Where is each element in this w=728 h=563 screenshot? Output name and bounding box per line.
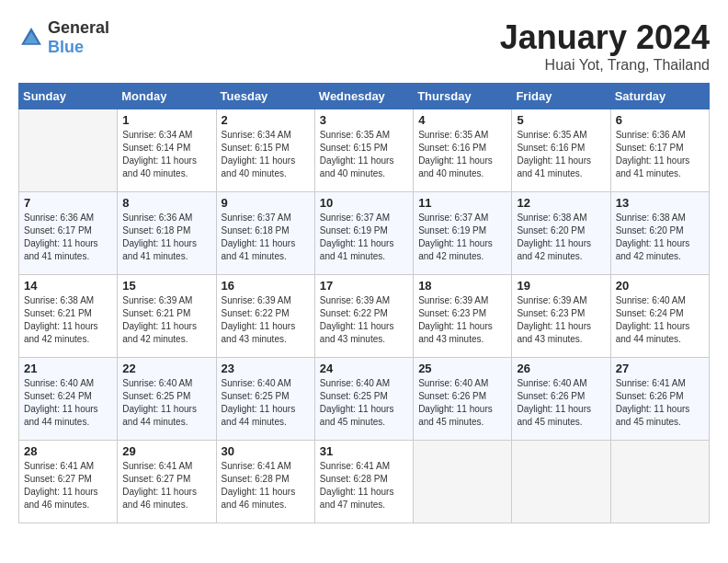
day-number: 6 [616, 113, 704, 127]
calendar-cell: 21Sunrise: 6:40 AMSunset: 6:24 PMDayligh… [19, 358, 118, 441]
calendar-cell: 16Sunrise: 6:39 AMSunset: 6:22 PMDayligh… [216, 275, 314, 358]
calendar-cell [610, 441, 709, 523]
calendar-cell: 1Sunrise: 6:34 AMSunset: 6:14 PMDaylight… [118, 109, 216, 192]
calendar-cell: 17Sunrise: 6:39 AMSunset: 6:22 PMDayligh… [314, 275, 413, 358]
cell-content: Sunrise: 6:39 AMSunset: 6:23 PMDaylight:… [517, 294, 605, 346]
calendar-cell: 23Sunrise: 6:40 AMSunset: 6:25 PMDayligh… [216, 358, 314, 441]
calendar-cell: 7Sunrise: 6:36 AMSunset: 6:17 PMDaylight… [19, 192, 118, 275]
day-number: 30 [222, 444, 310, 458]
calendar-cell: 27Sunrise: 6:41 AMSunset: 6:26 PMDayligh… [610, 358, 709, 441]
cell-content: Sunrise: 6:37 AMSunset: 6:18 PMDaylight:… [222, 212, 310, 263]
day-number: 2 [222, 113, 310, 127]
cell-content: Sunrise: 6:40 AMSunset: 6:25 PMDaylight:… [122, 377, 210, 429]
calendar-cell: 11Sunrise: 6:37 AMSunset: 6:19 PMDayligh… [414, 192, 512, 275]
cell-content: Sunrise: 6:40 AMSunset: 6:24 PMDaylight:… [616, 294, 704, 346]
calendar-cell: 18Sunrise: 6:39 AMSunset: 6:23 PMDayligh… [414, 275, 512, 358]
weekday-header-friday: Friday [512, 84, 610, 109]
calendar-cell: 15Sunrise: 6:39 AMSunset: 6:21 PMDayligh… [118, 275, 216, 358]
day-number: 29 [122, 444, 210, 458]
logo-text-blue: Blue [48, 38, 84, 56]
day-number: 21 [24, 362, 112, 375]
weekday-header-sunday: Sunday [19, 84, 118, 109]
weekday-header-monday: Monday [118, 84, 216, 109]
calendar-cell: 30Sunrise: 6:41 AMSunset: 6:28 PMDayligh… [216, 441, 314, 523]
day-number: 19 [517, 279, 605, 293]
day-number: 24 [320, 362, 408, 375]
calendar-cell: 25Sunrise: 6:40 AMSunset: 6:26 PMDayligh… [414, 358, 512, 441]
calendar-table: SundayMondayTuesdayWednesdayThursdayFrid… [18, 83, 710, 523]
calendar-week-row: 21Sunrise: 6:40 AMSunset: 6:24 PMDayligh… [19, 358, 710, 441]
cell-content: Sunrise: 6:35 AMSunset: 6:16 PMDaylight:… [418, 129, 506, 180]
cell-content: Sunrise: 6:36 AMSunset: 6:17 PMDaylight:… [616, 129, 704, 180]
cell-content: Sunrise: 6:38 AMSunset: 6:21 PMDaylight:… [24, 294, 112, 346]
day-number: 3 [320, 113, 408, 127]
cell-content: Sunrise: 6:37 AMSunset: 6:19 PMDaylight:… [418, 212, 506, 263]
day-number: 10 [320, 196, 408, 210]
cell-content: Sunrise: 6:41 AMSunset: 6:27 PMDaylight:… [24, 460, 112, 511]
title-area: January 2024 Huai Yot, Trang, Thailand [500, 18, 710, 74]
day-number: 18 [418, 279, 506, 293]
weekday-header-row: SundayMondayTuesdayWednesdayThursdayFrid… [19, 84, 710, 109]
day-number: 9 [222, 196, 310, 210]
cell-content: Sunrise: 6:41 AMSunset: 6:27 PMDaylight:… [122, 460, 210, 511]
day-number: 15 [122, 279, 210, 293]
day-number: 5 [517, 113, 605, 127]
cell-content: Sunrise: 6:40 AMSunset: 6:25 PMDaylight:… [222, 377, 310, 429]
day-number: 28 [24, 444, 112, 458]
calendar-cell: 6Sunrise: 6:36 AMSunset: 6:17 PMDaylight… [610, 109, 709, 192]
day-number: 11 [418, 196, 506, 210]
cell-content: Sunrise: 6:38 AMSunset: 6:20 PMDaylight:… [517, 212, 605, 263]
day-number: 16 [222, 279, 310, 293]
calendar-cell: 3Sunrise: 6:35 AMSunset: 6:15 PMDaylight… [314, 109, 413, 192]
calendar-cell: 19Sunrise: 6:39 AMSunset: 6:23 PMDayligh… [512, 275, 610, 358]
cell-content: Sunrise: 6:41 AMSunset: 6:28 PMDaylight:… [320, 460, 408, 511]
cell-content: Sunrise: 6:36 AMSunset: 6:17 PMDaylight:… [24, 212, 112, 263]
calendar-week-row: 7Sunrise: 6:36 AMSunset: 6:17 PMDaylight… [19, 192, 710, 275]
day-number: 13 [616, 196, 704, 210]
header: General Blue January 2024 Huai Yot, Tran… [18, 18, 710, 74]
day-number: 17 [320, 279, 408, 293]
day-number: 7 [24, 196, 112, 210]
cell-content: Sunrise: 6:34 AMSunset: 6:15 PMDaylight:… [222, 129, 310, 180]
calendar-week-row: 28Sunrise: 6:41 AMSunset: 6:27 PMDayligh… [19, 441, 710, 523]
cell-content: Sunrise: 6:40 AMSunset: 6:25 PMDaylight:… [320, 377, 408, 429]
calendar-cell: 10Sunrise: 6:37 AMSunset: 6:19 PMDayligh… [314, 192, 413, 275]
calendar-cell: 2Sunrise: 6:34 AMSunset: 6:15 PMDaylight… [216, 109, 314, 192]
day-number: 1 [122, 113, 210, 127]
calendar-cell: 22Sunrise: 6:40 AMSunset: 6:25 PMDayligh… [118, 358, 216, 441]
cell-content: Sunrise: 6:35 AMSunset: 6:15 PMDaylight:… [320, 129, 408, 180]
logo-icon [18, 25, 44, 51]
cell-content: Sunrise: 6:39 AMSunset: 6:21 PMDaylight:… [122, 294, 210, 346]
cell-content: Sunrise: 6:36 AMSunset: 6:18 PMDaylight:… [122, 212, 210, 263]
calendar-cell: 29Sunrise: 6:41 AMSunset: 6:27 PMDayligh… [118, 441, 216, 523]
weekday-header-saturday: Saturday [610, 84, 709, 109]
calendar-cell: 8Sunrise: 6:36 AMSunset: 6:18 PMDaylight… [118, 192, 216, 275]
day-number: 23 [222, 362, 310, 375]
day-number: 25 [418, 362, 506, 375]
calendar-cell: 26Sunrise: 6:40 AMSunset: 6:26 PMDayligh… [512, 358, 610, 441]
cell-content: Sunrise: 6:39 AMSunset: 6:22 PMDaylight:… [320, 294, 408, 346]
calendar-cell: 9Sunrise: 6:37 AMSunset: 6:18 PMDaylight… [216, 192, 314, 275]
calendar-cell [19, 109, 118, 192]
day-number: 26 [517, 362, 605, 375]
day-number: 22 [122, 362, 210, 375]
day-number: 4 [418, 113, 506, 127]
calendar-cell: 20Sunrise: 6:40 AMSunset: 6:24 PMDayligh… [610, 275, 709, 358]
cell-content: Sunrise: 6:35 AMSunset: 6:16 PMDaylight:… [517, 129, 605, 180]
weekday-header-wednesday: Wednesday [314, 84, 413, 109]
day-number: 20 [616, 279, 704, 293]
day-number: 8 [122, 196, 210, 210]
day-number: 12 [517, 196, 605, 210]
cell-content: Sunrise: 6:39 AMSunset: 6:23 PMDaylight:… [418, 294, 506, 346]
calendar-cell: 5Sunrise: 6:35 AMSunset: 6:16 PMDaylight… [512, 109, 610, 192]
calendar-cell: 28Sunrise: 6:41 AMSunset: 6:27 PMDayligh… [19, 441, 118, 523]
calendar-cell [414, 441, 512, 523]
day-number: 27 [616, 362, 704, 375]
logo: General Blue [18, 18, 109, 57]
calendar-cell: 14Sunrise: 6:38 AMSunset: 6:21 PMDayligh… [19, 275, 118, 358]
cell-content: Sunrise: 6:41 AMSunset: 6:28 PMDaylight:… [222, 460, 310, 511]
location-subtitle: Huai Yot, Trang, Thailand [500, 57, 710, 74]
cell-content: Sunrise: 6:40 AMSunset: 6:24 PMDaylight:… [24, 377, 112, 429]
calendar-cell [512, 441, 610, 523]
calendar-cell: 24Sunrise: 6:40 AMSunset: 6:25 PMDayligh… [314, 358, 413, 441]
